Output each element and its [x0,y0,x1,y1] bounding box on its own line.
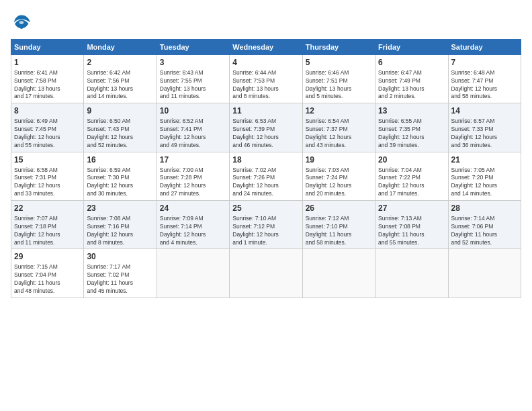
day-number: 20 [378,154,445,166]
calendar-cell [375,249,448,298]
calendar-cell: 15Sunrise: 6:58 AMSunset: 7:31 PMDayligh… [11,152,84,200]
day-number: 24 [160,203,226,214]
calendar-cell: 7Sunrise: 6:48 AMSunset: 7:47 PMDaylight… [448,55,521,103]
calendar-cell: 21Sunrise: 7:05 AMSunset: 7:20 PMDayligh… [448,152,521,200]
week-row-5: 29Sunrise: 7:15 AMSunset: 7:04 PMDayligh… [11,249,521,298]
calendar-cell: 22Sunrise: 7:07 AMSunset: 7:18 PMDayligh… [11,201,84,249]
day-number: 25 [232,203,299,214]
calendar-cell: 20Sunrise: 7:04 AMSunset: 7:22 PMDayligh… [375,152,448,200]
calendar-cell: 24Sunrise: 7:09 AMSunset: 7:14 PMDayligh… [157,201,229,249]
day-number: 28 [451,203,518,214]
day-number: 16 [87,154,153,166]
day-info: Sunrise: 6:50 AMSunset: 7:43 PMDaylight:… [87,118,153,150]
day-info: Sunrise: 6:58 AMSunset: 7:31 PMDaylight:… [14,167,81,199]
calendar-cell [448,249,521,298]
logo-icon [11,11,32,32]
day-number: 29 [14,251,81,263]
svg-point-0 [19,21,24,24]
col-header-friday: Friday [375,40,448,55]
day-info: Sunrise: 6:42 AMSunset: 7:56 PMDaylight:… [87,69,153,101]
day-number: 12 [306,105,372,117]
day-info: Sunrise: 7:08 AMSunset: 7:16 PMDaylight:… [87,215,153,247]
day-number: 22 [14,203,81,214]
calendar-cell: 23Sunrise: 7:08 AMSunset: 7:16 PMDayligh… [84,201,157,249]
week-row-2: 8Sunrise: 6:49 AMSunset: 7:45 PMDaylight… [11,103,521,152]
day-number: 11 [232,105,299,117]
day-number: 8 [14,105,81,117]
calendar-cell: 11Sunrise: 6:53 AMSunset: 7:39 PMDayligh… [230,103,302,152]
calendar-cell: 30Sunrise: 7:17 AMSunset: 7:02 PMDayligh… [84,249,157,298]
calendar-cell: 10Sunrise: 6:52 AMSunset: 7:41 PMDayligh… [157,103,229,152]
calendar-cell: 26Sunrise: 7:12 AMSunset: 7:10 PMDayligh… [302,201,375,249]
calendar-cell: 29Sunrise: 7:15 AMSunset: 7:04 PMDayligh… [11,249,84,298]
calendar-cell: 28Sunrise: 7:14 AMSunset: 7:06 PMDayligh… [448,201,521,249]
day-number: 4 [232,57,299,68]
day-number: 23 [87,203,153,214]
calendar-cell: 25Sunrise: 7:10 AMSunset: 7:12 PMDayligh… [230,201,302,249]
day-info: Sunrise: 6:41 AMSunset: 7:58 PMDaylight:… [14,69,81,101]
day-number: 5 [306,57,372,68]
calendar-cell [157,249,229,298]
calendar-cell: 3Sunrise: 6:43 AMSunset: 7:55 PMDaylight… [157,55,229,103]
header-row: SundayMondayTuesdayWednesdayThursdayFrid… [11,40,521,55]
calendar-cell: 12Sunrise: 6:54 AMSunset: 7:37 PMDayligh… [302,103,375,152]
calendar-cell [230,249,302,298]
calendar-cell: 2Sunrise: 6:42 AMSunset: 7:56 PMDaylight… [84,55,157,103]
col-header-tuesday: Tuesday [157,40,229,55]
day-info: Sunrise: 6:57 AMSunset: 7:33 PMDaylight:… [451,118,518,150]
day-info: Sunrise: 6:49 AMSunset: 7:45 PMDaylight:… [14,118,81,150]
day-number: 15 [14,154,81,166]
day-info: Sunrise: 6:52 AMSunset: 7:41 PMDaylight:… [160,118,226,150]
calendar-cell: 9Sunrise: 6:50 AMSunset: 7:43 PMDaylight… [84,103,157,152]
day-number: 14 [451,105,518,117]
calendar-cell: 17Sunrise: 7:00 AMSunset: 7:28 PMDayligh… [157,152,229,200]
day-info: Sunrise: 6:43 AMSunset: 7:55 PMDaylight:… [160,69,226,101]
day-info: Sunrise: 6:53 AMSunset: 7:39 PMDaylight:… [232,118,299,150]
calendar-cell: 27Sunrise: 7:13 AMSunset: 7:08 PMDayligh… [375,201,448,249]
calendar-cell: 13Sunrise: 6:55 AMSunset: 7:35 PMDayligh… [375,103,448,152]
day-number: 6 [378,57,445,68]
week-row-3: 15Sunrise: 6:58 AMSunset: 7:31 PMDayligh… [11,152,521,200]
day-number: 3 [160,57,226,68]
day-number: 1 [14,57,81,68]
day-info: Sunrise: 6:59 AMSunset: 7:30 PMDaylight:… [87,167,153,199]
day-info: Sunrise: 6:46 AMSunset: 7:51 PMDaylight:… [306,69,372,101]
col-header-wednesday: Wednesday [230,40,302,55]
col-header-thursday: Thursday [302,40,375,55]
day-number: 30 [87,251,153,263]
day-info: Sunrise: 6:54 AMSunset: 7:37 PMDaylight:… [306,118,372,150]
calendar-cell: 5Sunrise: 6:46 AMSunset: 7:51 PMDaylight… [302,55,375,103]
day-number: 2 [87,57,153,68]
day-info: Sunrise: 6:44 AMSunset: 7:53 PMDaylight:… [232,69,299,101]
day-info: Sunrise: 7:00 AMSunset: 7:28 PMDaylight:… [160,167,226,199]
day-info: Sunrise: 7:03 AMSunset: 7:24 PMDaylight:… [306,167,372,199]
day-info: Sunrise: 6:55 AMSunset: 7:35 PMDaylight:… [378,118,445,150]
day-info: Sunrise: 7:04 AMSunset: 7:22 PMDaylight:… [378,167,445,199]
calendar-table: SundayMondayTuesdayWednesdayThursdayFrid… [11,39,521,298]
day-number: 26 [306,203,372,214]
day-number: 17 [160,154,226,166]
logo [11,11,35,32]
day-number: 13 [378,105,445,117]
col-header-saturday: Saturday [448,40,521,55]
day-info: Sunrise: 7:02 AMSunset: 7:26 PMDaylight:… [232,167,299,199]
col-header-monday: Monday [84,40,157,55]
day-info: Sunrise: 6:47 AMSunset: 7:49 PMDaylight:… [378,69,445,101]
day-info: Sunrise: 7:14 AMSunset: 7:06 PMDaylight:… [451,215,518,247]
col-header-sunday: Sunday [11,40,84,55]
day-info: Sunrise: 7:12 AMSunset: 7:10 PMDaylight:… [306,215,372,247]
calendar-cell: 14Sunrise: 6:57 AMSunset: 7:33 PMDayligh… [448,103,521,152]
day-number: 10 [160,105,226,117]
calendar-cell: 18Sunrise: 7:02 AMSunset: 7:26 PMDayligh… [230,152,302,200]
calendar-cell: 19Sunrise: 7:03 AMSunset: 7:24 PMDayligh… [302,152,375,200]
calendar-cell: 6Sunrise: 6:47 AMSunset: 7:49 PMDaylight… [375,55,448,103]
day-info: Sunrise: 7:13 AMSunset: 7:08 PMDaylight:… [378,215,445,247]
day-info: Sunrise: 7:07 AMSunset: 7:18 PMDaylight:… [14,215,81,247]
day-info: Sunrise: 7:15 AMSunset: 7:04 PMDaylight:… [14,263,81,295]
day-info: Sunrise: 6:48 AMSunset: 7:47 PMDaylight:… [451,69,518,101]
header [11,11,521,32]
day-number: 19 [306,154,372,166]
day-number: 27 [378,203,445,214]
day-number: 7 [451,57,518,68]
calendar-cell: 4Sunrise: 6:44 AMSunset: 7:53 PMDaylight… [230,55,302,103]
